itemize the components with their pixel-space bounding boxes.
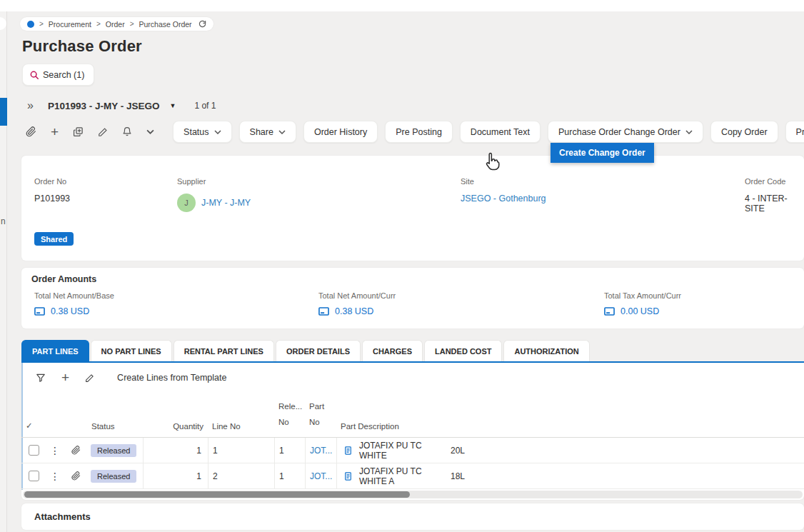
row-menu-icon[interactable]: ⋮ <box>46 463 67 488</box>
copy-order-button[interactable]: Copy Order <box>710 121 778 143</box>
chevron-down-icon <box>685 130 693 134</box>
more-commands-chevron-icon[interactable] <box>146 129 154 134</box>
col-release-no[interactable]: Rele...No <box>274 393 305 437</box>
breadcrumb: > Procurement > Order > Purchase Order <box>20 17 213 31</box>
row-checkbox[interactable] <box>29 445 39 456</box>
breadcrumb-separator: > <box>130 20 134 28</box>
attachments-card[interactable]: Attachments <box>21 503 804 530</box>
edit-icon[interactable] <box>98 127 108 137</box>
part-no-link[interactable]: JOT... <box>310 471 332 481</box>
create-change-order-menu-item[interactable]: Create Change Order <box>551 143 654 163</box>
command-toolbar: + Status Share Order History Pre Posting… <box>26 121 804 143</box>
col-part-no[interactable]: PartNo <box>305 393 336 437</box>
attachments-title: Attachments <box>34 511 91 522</box>
attachment-icon[interactable] <box>26 126 36 137</box>
record-id[interactable]: P101993 - J-MY - JSEGO <box>48 101 160 111</box>
order-amounts-title: Order Amounts <box>31 274 96 284</box>
currency-icon <box>318 307 329 316</box>
amount-net-curr: Total Net Amount/Curr 0.38 USD <box>318 291 396 316</box>
horizontal-scrollbar[interactable] <box>23 491 803 498</box>
order-history-button[interactable]: Order History <box>303 121 378 143</box>
quantity-cell[interactable]: 1 <box>143 463 208 488</box>
part-qualifier-cell[interactable]: 20L <box>451 446 465 456</box>
add-line-icon[interactable]: + <box>61 373 69 383</box>
nav-sidebar-edge: n <box>0 11 7 532</box>
col-quantity[interactable]: Quantity <box>143 393 208 437</box>
release-no-cell[interactable]: 1 <box>274 463 305 488</box>
tab-landed-cost[interactable]: LANDED COST <box>424 340 502 361</box>
pre-posting-button[interactable]: Pre Posting <box>385 121 453 143</box>
purchase-order-change-order-button[interactable]: Purchase Order Change Order <box>548 121 703 143</box>
tab-part-lines[interactable]: PART LINES <box>21 340 89 361</box>
field-order-code: Order Code 4 - INTER-SITE <box>745 177 804 214</box>
col-part-description[interactable]: Part Description <box>336 393 804 437</box>
col-status[interactable]: Status <box>89 393 143 437</box>
breadcrumb-separator: > <box>96 20 101 28</box>
filter-icon[interactable] <box>36 373 46 383</box>
part-document-icon[interactable] <box>343 471 353 481</box>
breadcrumb-item-order[interactable]: Order <box>106 20 125 29</box>
part-no-link[interactable]: JOT... <box>310 446 332 456</box>
amount-tax-curr: Total Tax Amount/Curr 0.00 USD <box>604 291 681 316</box>
shared-badge: Shared <box>34 232 74 246</box>
pricing-button[interactable]: Pricing <box>785 121 804 143</box>
breadcrumb-item-procurement[interactable]: Procurement <box>49 20 91 29</box>
breadcrumb-separator: > <box>39 20 44 28</box>
top-strip <box>0 0 804 11</box>
tab-authorization[interactable]: AUTHORIZATION <box>503 340 589 361</box>
supplier-link[interactable]: J-MY - J-MY <box>201 198 251 208</box>
row-menu-icon[interactable]: ⋮ <box>46 438 67 463</box>
notifications-bell-icon[interactable] <box>122 126 132 137</box>
chevron-down-icon <box>214 130 221 134</box>
search-icon <box>29 70 39 80</box>
detail-tabs: PART LINES NO PART LINES RENTAL PART LIN… <box>21 340 804 363</box>
site-link[interactable]: JSEGO - Gothenburg <box>461 194 546 204</box>
part-qualifier-cell[interactable]: 18L <box>451 471 465 481</box>
status-button[interactable]: Status <box>173 121 231 143</box>
home-dot-icon[interactable] <box>27 21 34 28</box>
line-no-cell[interactable]: 1 <box>208 438 274 463</box>
edit-line-icon[interactable] <box>85 373 94 383</box>
nav-active-item[interactable] <box>0 98 7 126</box>
refresh-icon[interactable] <box>199 20 206 28</box>
grid-header-row: ✓ Status Quantity Line No Rele...No Part… <box>21 393 804 438</box>
select-all-checkmark[interactable]: ✓ <box>21 393 46 437</box>
tab-no-part-lines[interactable]: NO PART LINES <box>91 340 172 361</box>
horizontal-scrollbar-thumb[interactable] <box>24 491 410 498</box>
add-record-icon[interactable]: + <box>51 127 59 137</box>
part-line-row: ⋮ Released 1 1 1 JOT... JOTAFIX PU TC WH… <box>21 438 804 463</box>
breadcrumb-item-purchase-order[interactable]: Purchase Order <box>139 20 191 29</box>
col-line-no[interactable]: Line No <box>208 393 274 437</box>
part-line-row: ⋮ Released 1 2 1 JOT... JOTAFIX PU TC WH… <box>21 463 804 489</box>
part-description-cell[interactable]: JOTAFIX PU TC WHITE A <box>359 466 451 486</box>
release-no-cell[interactable]: 1 <box>274 438 305 463</box>
row-checkbox[interactable] <box>29 471 39 481</box>
page-title: Purchase Order <box>22 37 142 56</box>
field-order-no: Order No P101993 <box>34 177 70 204</box>
part-description-cell[interactable]: JOTAFIX PU TC WHITE <box>359 441 451 461</box>
field-site: Site JSEGO - Gothenburg <box>461 177 546 204</box>
quantity-cell[interactable]: 1 <box>143 438 208 463</box>
row-attachment-icon[interactable] <box>67 463 89 488</box>
record-selector-caret-icon[interactable]: ▼ <box>169 102 176 109</box>
currency-icon <box>604 307 615 316</box>
purchase-order-page: n > Procurement > Order > Purchase Order… <box>0 0 804 532</box>
amount-net-base: Total Net Amount/Base 0.38 USD <box>34 291 114 316</box>
tab-charges[interactable]: CHARGES <box>362 340 423 361</box>
command-icon-cluster: + <box>26 126 154 137</box>
search-button[interactable]: Search (1) <box>22 64 94 86</box>
nav-partial-label: n <box>1 216 6 226</box>
row-attachment-icon[interactable] <box>67 438 89 463</box>
part-document-icon[interactable] <box>343 446 353 456</box>
duplicate-icon[interactable] <box>73 126 84 137</box>
search-button-label: Search (1) <box>43 70 84 80</box>
order-amounts-card: Order Amounts Total Net Amount/Base 0.38… <box>21 268 804 328</box>
line-no-cell[interactable]: 2 <box>208 463 274 488</box>
create-lines-from-template-button[interactable]: Create Lines from Template <box>110 368 233 387</box>
share-button[interactable]: Share <box>239 121 296 143</box>
document-text-button[interactable]: Document Text <box>460 121 541 143</box>
status-badge: Released <box>91 470 136 483</box>
expand-icon[interactable]: » <box>27 99 34 112</box>
tab-rental-part-lines[interactable]: RENTAL PART LINES <box>174 340 274 361</box>
tab-order-details[interactable]: ORDER DETAILS <box>276 340 361 361</box>
